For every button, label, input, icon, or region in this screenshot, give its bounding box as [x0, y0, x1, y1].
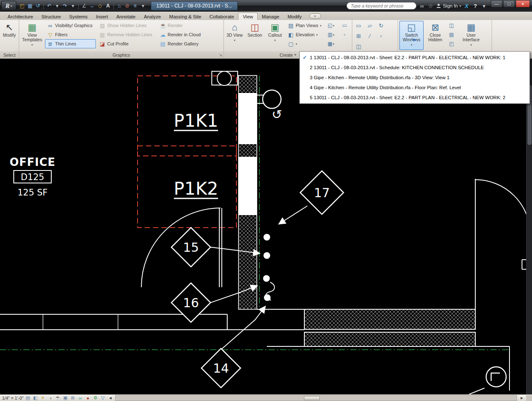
worksharing-display-icon[interactable]: ⚙ — [92, 395, 98, 401]
legends-button[interactable]: ▥ ▾ — [326, 30, 336, 39]
horizontal-scrollbar-thumb[interactable] — [304, 396, 320, 400]
modify-button[interactable]: ↖ Modify — [1, 21, 18, 50]
reveal-hidden-elements-icon[interactable]: ● — [85, 395, 91, 401]
tab-insert[interactable]: Insert — [92, 13, 112, 20]
tab-annotate[interactable]: Annotate — [112, 13, 140, 20]
plan-views-button[interactable]: ▤ Plan Views ▾ — [286, 21, 325, 30]
cascade-windows-button[interactable]: ▤ — [447, 30, 456, 39]
help-menu-caret-icon[interactable]: ▾ — [481, 2, 487, 10]
tab-massing-site[interactable]: Massing & Site — [165, 13, 206, 20]
room-label[interactable]: OFFICE D125 125 SF — [10, 156, 55, 198]
schedules-button[interactable]: ▦ ▾ — [326, 39, 336, 48]
duplicate-view-button[interactable]: ◱ ▾ — [326, 21, 336, 30]
thin-lines-icon[interactable]: ≡ — [131, 2, 139, 10]
user-interface-button[interactable]: ▦ User Interface ▾ — [458, 21, 484, 50]
new-sheet-button[interactable]: ▭ — [354, 21, 364, 30]
thin-lines-button[interactable]: ≣ Thin Lines — [45, 39, 96, 48]
callout-button[interactable]: ▣ Callout ▾ — [266, 21, 284, 50]
switch-windows-button[interactable]: ◱ Switch Windows ▾ — [399, 21, 424, 50]
menu-item-window-4[interactable]: 4 Gipe - Kitchen - Remote Utility Distri… — [300, 83, 529, 93]
equipment-labels[interactable]: P1K1 P1K2 — [174, 110, 218, 199]
tile-windows-button[interactable]: ◫ — [447, 21, 456, 30]
search-binoculars-icon[interactable]: ∞ — [419, 2, 425, 10]
sun-path-icon[interactable]: ☀ — [40, 395, 46, 401]
view-scale-button[interactable]: 1/4" = 1'-0" — [2, 396, 23, 401]
filters-button[interactable]: ▽ Filters — [45, 30, 96, 39]
menu-item-window-5[interactable]: 5 13011 - CLJ - 08-03-2013.rvt - Sheet: … — [300, 93, 529, 103]
save-icon[interactable]: ▦ — [26, 2, 34, 10]
sync-with-central-icon[interactable]: ↺ — [34, 2, 42, 10]
redo-menu-caret-icon[interactable]: ▾ — [69, 2, 77, 10]
selection-filter-icon[interactable]: ▽ — [100, 395, 106, 401]
visibility-graphics-button[interactable]: ∞ Visibility/ Graphics — [45, 21, 96, 30]
tab-analyze[interactable]: Analyze — [140, 13, 165, 20]
search-input[interactable] — [346, 2, 417, 10]
tab-structure[interactable]: Structure — [37, 13, 65, 20]
drafting-view-button[interactable]: ▢ ▾ — [286, 39, 325, 48]
crop-view-icon[interactable]: ▣ — [62, 395, 68, 401]
tab-view[interactable]: View — [238, 13, 258, 20]
elevation-button[interactable]: ◧ Elevation ▾ — [286, 30, 325, 39]
view-reference-button[interactable]: ▫ — [340, 30, 349, 39]
view-templates-button[interactable]: ▦ View Templates ▾ — [20, 21, 44, 50]
render-in-cloud-button[interactable]: ☁ Render in Cloud — [158, 30, 208, 39]
close-hidden-button[interactable]: ⊠ Close Hidden — [425, 21, 446, 50]
menu-item-window-1[interactable]: ✓ 1 13011 - CLJ - 08-03-2013.rvt - Sheet… — [300, 53, 529, 63]
close-button[interactable]: × — [516, 0, 530, 8]
favorites-star-icon[interactable]: ☆ — [427, 2, 434, 10]
horizontal-scrollbar[interactable] — [115, 395, 517, 401]
menu-item-window-2[interactable]: 2 13011 - CLJ - 08-03-2013.rvt - Schedul… — [300, 63, 529, 73]
equipment-outlines[interactable] — [138, 76, 236, 228]
visual-style-icon[interactable]: ◧ — [32, 395, 38, 401]
tab-architecture[interactable]: Architecture — [3, 13, 37, 20]
customize-qat-caret-icon[interactable]: ▾ — [139, 2, 147, 10]
scope-box-button[interactable]: ▭ — [340, 21, 349, 30]
hscroll-left-arrow-icon[interactable]: ◂ — [107, 395, 113, 401]
redo-icon[interactable]: ↷ — [61, 2, 69, 10]
shadows-icon[interactable]: ◑ — [47, 395, 53, 401]
open-file-icon[interactable]: ◰ — [18, 2, 26, 10]
menu-item-window-3[interactable]: 3 Gipe - Kitchen - Remote Utility Distri… — [300, 73, 529, 83]
drawing-area[interactable]: ↺ 17 15 16 14 OFFICE — [0, 59, 532, 394]
section-icon[interactable]: ⊘ — [123, 2, 131, 10]
cut-profile-button[interactable]: ◪ Cut Profile — [97, 39, 156, 48]
show-rendering-dialog-icon[interactable]: ☕ — [55, 395, 61, 401]
aligned-dimension-icon[interactable]: ↔ — [88, 2, 96, 10]
electrical-receptacles[interactable] — [263, 234, 274, 301]
application-menu-button[interactable]: R ▾ — [1, 1, 16, 11]
exchange-apps-icon[interactable]: X — [463, 2, 470, 10]
hscroll-right-arrow-icon[interactable]: ▸ — [519, 395, 525, 401]
revisions-button[interactable]: ↻ — [376, 21, 386, 30]
measure-icon[interactable]: ∠ — [80, 2, 88, 10]
keynote-tags[interactable]: 17 15 16 14 — [171, 171, 344, 388]
ribbon-display-toggle[interactable]: ▾ — [309, 13, 321, 19]
dialog-launcher-icon[interactable]: ↘ — [219, 53, 222, 57]
show-crop-region-icon[interactable]: ⊞ — [70, 395, 76, 401]
undo-icon[interactable]: ↶ — [45, 2, 53, 10]
section-button[interactable]: ◫ Section — [245, 21, 264, 50]
help-icon[interactable]: ? — [472, 2, 479, 10]
temporary-hide-isolate-icon[interactable]: ∞ — [77, 395, 83, 401]
3d-view-button[interactable]: ⌂ 3D View ▾ — [225, 21, 244, 50]
default-3d-view-icon[interactable]: ⌂ — [115, 2, 123, 10]
undo-menu-caret-icon[interactable]: ▾ — [53, 2, 61, 10]
vertical-scrollbar[interactable] — [526, 59, 532, 394]
view-ref-button[interactable]: ▫ — [376, 31, 386, 40]
detail-level-icon[interactable]: ▤ — [25, 395, 31, 401]
tab-systems[interactable]: Systems — [65, 13, 92, 20]
tab-manage[interactable]: Manage — [258, 13, 284, 20]
keynote-15-label: 15 — [183, 240, 199, 255]
maximize-button[interactable]: □ — [503, 0, 515, 8]
title-block-button[interactable]: ▱ — [365, 21, 375, 30]
tab-collaborate[interactable]: Collaborate — [206, 13, 238, 20]
guide-grid-button[interactable]: ⊞ — [354, 31, 364, 40]
viewport-button[interactable]: ◫ — [354, 42, 364, 51]
render-gallery-button[interactable]: ▤ Render Gallery — [158, 39, 208, 48]
minimize-button[interactable]: — — [491, 0, 502, 8]
tag-by-category-icon[interactable]: ◇ — [96, 2, 104, 10]
sign-in-button[interactable]: Sign In ▾ — [436, 3, 461, 8]
matchline-button[interactable]: ∕ — [365, 31, 375, 40]
text-icon[interactable]: A — [104, 2, 112, 10]
replicate-window-button[interactable]: ◰ — [447, 39, 456, 48]
tab-modify[interactable]: Modify — [284, 13, 306, 20]
